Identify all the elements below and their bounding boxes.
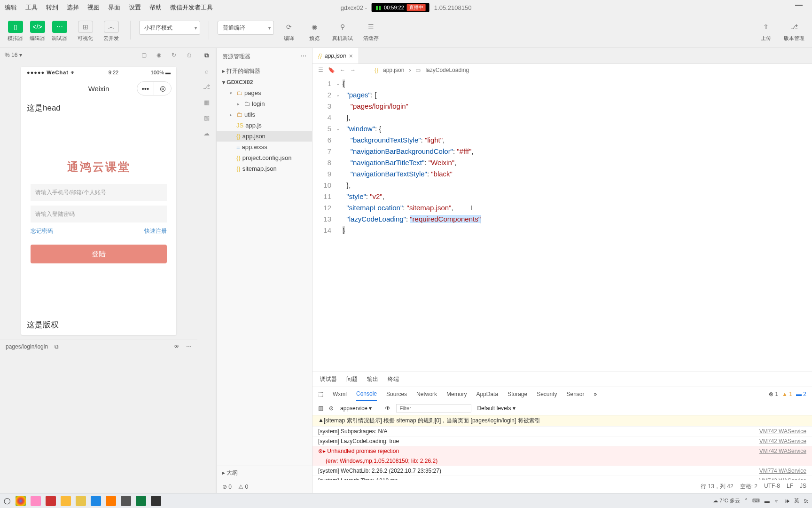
dt-security[interactable]: Security: [537, 388, 557, 400]
explorer-more-icon[interactable]: ⋯: [301, 53, 306, 61]
status-warn[interactable]: ⚠ 0: [238, 484, 248, 490]
console-src[interactable]: VM742 WAService: [759, 428, 806, 435]
password-input[interactable]: 请输入登陆密码: [31, 206, 167, 222]
app-icon-4[interactable]: [91, 496, 101, 506]
menu-dots-icon[interactable]: •••: [137, 82, 154, 95]
visual-button[interactable]: ⊞可视化: [75, 19, 96, 44]
live-expr-icon[interactable]: 👁: [385, 405, 390, 412]
tree-appjs[interactable]: JSapp.js: [217, 120, 312, 131]
menu-ui[interactable]: 界面: [108, 3, 120, 12]
outline-section[interactable]: ▸ 大纲: [217, 466, 312, 480]
panel-output[interactable]: 输出: [367, 372, 378, 387]
zoom-select[interactable]: % 16 ▾: [5, 52, 22, 58]
bookmark-icon[interactable]: 🔖: [328, 67, 335, 73]
tray-battery[interactable]: ▬: [765, 498, 770, 504]
compile-mode-select[interactable]: 普通编译: [218, 21, 274, 35]
menu-view[interactable]: 视图: [87, 3, 100, 12]
tree-appjson[interactable]: {}app.json: [217, 131, 312, 142]
cursor-pos[interactable]: 行 13，列 42: [701, 483, 733, 491]
panel-terminal[interactable]: 终端: [388, 372, 399, 387]
menu-help[interactable]: 帮助: [149, 3, 162, 12]
git-icon[interactable]: ⎇: [203, 83, 210, 90]
open-editors-section[interactable]: ▸ 打开的编辑器: [217, 65, 312, 77]
list-icon[interactable]: ☰: [318, 67, 323, 73]
username-input[interactable]: 请输入手机号/邮箱/个人账号: [31, 184, 167, 201]
context-select[interactable]: appservice ▾: [339, 404, 379, 413]
preview-button[interactable]: ◉预览: [304, 19, 325, 44]
code-editor[interactable]: 1234567891011121314 ⌄⌄⌄ { "pages": [ "pa…: [312, 76, 812, 372]
tree-login[interactable]: ▸🗀login: [217, 98, 312, 109]
excel-icon[interactable]: [136, 496, 146, 506]
cloud-icon[interactable]: ☁: [203, 130, 210, 137]
back-icon[interactable]: ←: [340, 67, 345, 73]
explorer-icon[interactable]: ⧉: [204, 52, 209, 59]
debugger-toggle[interactable]: ⋯调试器: [49, 19, 70, 44]
editor-toggle[interactable]: </>编辑器: [27, 19, 48, 44]
weather-widget[interactable]: ☁ 7°C 多云: [713, 497, 740, 504]
eye-icon[interactable]: 👁: [174, 343, 180, 350]
panel-debugger[interactable]: 调试器: [320, 372, 337, 387]
console-src[interactable]: VM774 WAService: [759, 468, 806, 474]
upload-button[interactable]: ⇧上传: [756, 19, 776, 44]
device-icon[interactable]: ▢: [140, 51, 148, 59]
version-mgmt-button[interactable]: ⎇版本管理: [781, 19, 807, 44]
login-button[interactable]: 登陆: [31, 245, 167, 263]
menu-tools[interactable]: 工具: [25, 3, 38, 12]
ext-icon[interactable]: ▦: [204, 99, 210, 106]
ime-indicator[interactable]: 英: [794, 497, 799, 504]
console-sidebar-icon[interactable]: ▥: [318, 405, 323, 412]
spaces-indicator[interactable]: 空格: 2: [740, 483, 757, 491]
compile-button[interactable]: ⟳编译: [279, 19, 299, 44]
chrome-icon[interactable]: [16, 496, 26, 506]
levels-select[interactable]: Default levels ▾: [477, 405, 515, 412]
dt-network[interactable]: Network: [416, 388, 437, 400]
start-button[interactable]: ◯: [4, 497, 11, 504]
tree-projconf[interactable]: {}project.config.json: [217, 152, 312, 163]
more-icon[interactable]: ⋯: [186, 343, 192, 350]
inspect-icon[interactable]: ⬚: [318, 391, 323, 397]
tree-sitemap[interactable]: {}sitemap.json: [217, 163, 312, 174]
console-filter[interactable]: [396, 404, 471, 413]
code-content[interactable]: { "pages": [ "pages/login/login" ], "win…: [343, 76, 812, 372]
project-section[interactable]: ▾ GDXCX02: [217, 77, 312, 87]
tree-utils[interactable]: ▸🗀utils: [217, 109, 312, 120]
tab-appjson[interactable]: {} app.json ×: [312, 48, 359, 64]
tab-close-icon[interactable]: ×: [349, 52, 352, 60]
tray-volume[interactable]: 🕪: [784, 498, 789, 504]
tray-keyboard[interactable]: ⌨: [752, 498, 760, 504]
app-icon-1[interactable]: [31, 496, 41, 506]
mode-select[interactable]: 小程序模式: [139, 21, 200, 35]
dt-more-icon[interactable]: »: [594, 391, 597, 397]
tray-time[interactable]: 9:: [804, 498, 808, 504]
forgot-link[interactable]: 忘记密码: [31, 227, 53, 235]
record-icon[interactable]: ◉: [155, 51, 163, 59]
console-output[interactable]: ▲ [sitemap 索引情况提示] 根据 sitemap 的规则[0]，当前页…: [312, 415, 812, 480]
ext2-icon[interactable]: ▧: [204, 114, 210, 121]
status-err[interactable]: ⊘ 0: [222, 484, 232, 490]
search-icon[interactable]: ⌕: [205, 68, 209, 75]
rotate-icon[interactable]: ↻: [170, 51, 178, 59]
dt-sensor[interactable]: Sensor: [567, 388, 585, 400]
clearcache-button[interactable]: ☰清缓存: [360, 19, 382, 44]
realdevice-button[interactable]: ⚲真机调试: [329, 19, 356, 44]
dt-appdata[interactable]: AppData: [476, 388, 498, 400]
dt-console[interactable]: Console: [356, 388, 377, 401]
breadcrumb-file[interactable]: app.json: [383, 67, 404, 73]
copy-icon[interactable]: ⧉: [55, 343, 59, 350]
tray-chevron[interactable]: ˄: [745, 498, 748, 504]
tray-wifi[interactable]: ᯤ: [774, 498, 780, 504]
lang-indicator[interactable]: JS: [800, 483, 806, 491]
panel-problems[interactable]: 问题: [346, 372, 358, 387]
dt-storage[interactable]: Storage: [508, 388, 527, 400]
dt-wxml[interactable]: Wxml: [333, 388, 347, 400]
breadcrumb-key[interactable]: lazyCodeLoading: [425, 67, 469, 73]
app-icon-7[interactable]: [151, 496, 161, 506]
app-icon-2[interactable]: [46, 496, 56, 506]
dt-sources[interactable]: Sources: [386, 388, 407, 400]
menu-select[interactable]: 选择: [67, 3, 79, 12]
warn-badge[interactable]: ▲ 1: [782, 391, 792, 397]
tree-pages[interactable]: ▾🗀pages: [217, 87, 312, 98]
register-link[interactable]: 快速注册: [144, 227, 167, 235]
menu-edit[interactable]: 编辑: [5, 3, 17, 12]
console-src[interactable]: VM742 WAService: [759, 438, 806, 444]
